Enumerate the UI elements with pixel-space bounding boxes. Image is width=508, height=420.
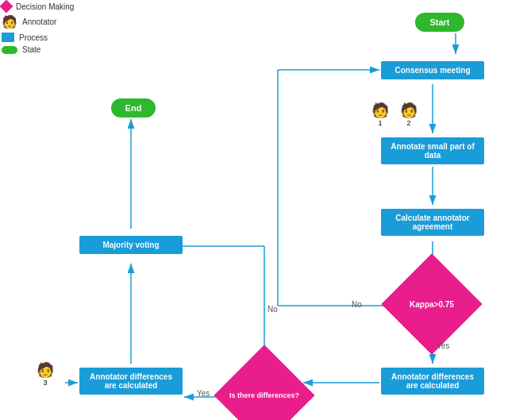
diamond-icon: [0, 0, 13, 13]
start-node: Start: [408, 11, 471, 33]
annotator-diff-right-node: Annotator differences are calculated: [381, 364, 484, 399]
calculate-label: Calculate annotator agreement: [381, 209, 484, 236]
annotator-diff-left-node: Annotator differences are calculated: [79, 364, 183, 399]
annotator-3-num: 3: [43, 379, 47, 387]
end-label: End: [111, 98, 156, 118]
annotator-3-icon: 🧑: [37, 361, 54, 379]
no2-label: No: [352, 300, 362, 309]
kappa-label: Kappa>0.75: [410, 300, 454, 309]
kappa-text-wrapper: Kappa>0.75: [396, 268, 468, 340]
legend-annotator: 🧑 Annotator: [2, 14, 74, 29]
person-icon: 🧑: [2, 14, 17, 29]
is-there-label: Is there differences?: [229, 391, 299, 399]
annotator-2-icon: 🧑: [400, 102, 418, 119]
legend-decision-making-label: Decision Making: [16, 2, 74, 11]
annotator-diff-right-label: Annotator differences are calculated: [381, 368, 484, 395]
annotator-2-num: 2: [406, 119, 410, 127]
consensus-label: Consensus meeting: [381, 61, 484, 79]
annotator-icons: 🧑 1 🧑 2: [371, 102, 418, 127]
calculate-node: Calculate annotator agreement: [381, 203, 484, 241]
annotator-1-icon: 🧑: [371, 102, 389, 119]
end-node: End: [102, 97, 165, 119]
majority-label: Majority voting: [79, 236, 183, 254]
annotate-label: Annotate small part of data: [381, 137, 484, 164]
legend-state: State: [2, 45, 74, 54]
legend-process: Process: [2, 33, 74, 42]
majority-node: Majority voting: [79, 229, 183, 260]
yes1-label: Yes: [437, 341, 449, 350]
annotator-1-num: 1: [378, 119, 382, 127]
legend: Decision Making 🧑 Annotator Process Stat…: [2, 2, 74, 57]
annotator-1: 🧑 1: [371, 102, 389, 127]
consensus-node: Consensus meeting: [381, 56, 484, 84]
state-icon: [2, 46, 17, 54]
yes2-label: Yes: [197, 389, 210, 398]
start-label: Start: [415, 13, 464, 32]
legend-annotator-label: Annotator: [22, 17, 56, 26]
is-there-text-wrapper: Is there differences?: [229, 360, 300, 420]
annotator-2: 🧑 2: [400, 102, 418, 127]
annotator-3: 🧑 3: [37, 361, 54, 387]
is-there-diamond-container: Is there differences?: [229, 360, 300, 420]
annotator-diff-left-label: Annotator differences are calculated: [79, 368, 183, 395]
kappa-diamond-container: Kappa>0.75: [396, 268, 468, 340]
annotate-node: Annotate small part of data: [381, 133, 484, 168]
no1-label: No: [267, 305, 278, 314]
process-icon: [2, 33, 14, 42]
legend-decision-making: Decision Making: [2, 2, 74, 11]
legend-process-label: Process: [19, 33, 48, 42]
legend-state-label: State: [22, 45, 40, 54]
